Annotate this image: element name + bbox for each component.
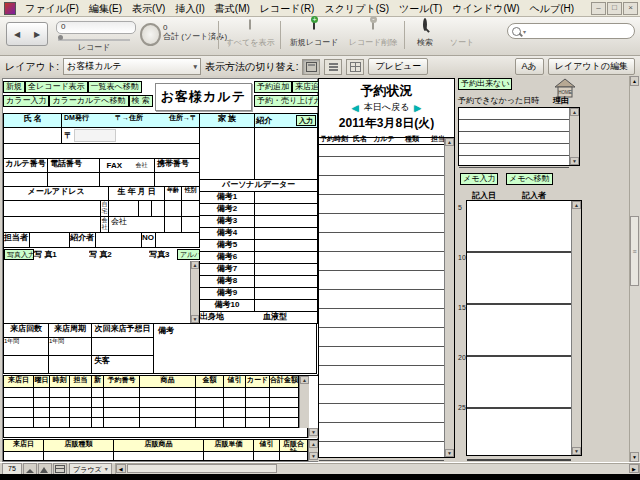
shop-scroll-bottom[interactable]: ▼ (308, 452, 318, 461)
color-input-button[interactable]: カラー入力 (3, 95, 49, 107)
add-reservation-button[interactable]: 予約追加 (254, 81, 292, 93)
missed-scroll-up-icon[interactable]: ▲ (570, 108, 579, 116)
show-all-records-button[interactable]: 全レコード表示 (25, 81, 88, 93)
staff-field[interactable] (30, 233, 70, 248)
photo-input-button[interactable]: 写真入力 (4, 249, 34, 260)
menu-view[interactable]: 表示(V) (127, 1, 170, 16)
dm-label[interactable]: DM発行 (64, 114, 89, 127)
new-button[interactable]: 新規 (3, 81, 25, 93)
menu-window[interactable]: ウインドウ(W) (447, 1, 524, 16)
no-field[interactable] (156, 233, 200, 248)
menu-file[interactable]: ファイル(F) (20, 1, 84, 16)
sales-row[interactable] (4, 398, 318, 408)
reservation-row[interactable] (319, 252, 444, 271)
zip-field[interactable] (74, 129, 116, 142)
reservation-row[interactable] (319, 328, 444, 347)
find-button[interactable]: 検索 (408, 20, 442, 48)
goto-list-button[interactable]: 一覧表へ移動 (88, 81, 142, 93)
age-field[interactable] (165, 201, 182, 217)
zip-to-address-button[interactable]: 〒→住所 (115, 114, 143, 127)
reservation-row[interactable] (319, 366, 444, 385)
birth-day-field[interactable] (152, 201, 165, 217)
form-view-button[interactable] (302, 59, 320, 75)
visit-memo-field[interactable]: 備考 (154, 324, 317, 374)
scroll-down-icon[interactable]: ▼ (630, 452, 639, 462)
address-to-zip-button[interactable]: 住所→〒 (169, 114, 197, 127)
sales-scroll-down-icon[interactable]: ▼ (309, 428, 318, 436)
reservation-scroll-down-icon[interactable]: ▼ (445, 449, 454, 457)
visit-count-field[interactable]: 1年間 (4, 338, 49, 356)
photo-container[interactable]: ▲ ▼ (4, 261, 200, 324)
mobile-field[interactable] (155, 173, 200, 187)
note2-field[interactable] (255, 204, 318, 216)
photo-scrollbar[interactable]: ▲ ▼ (190, 261, 199, 323)
sales-scroll-bottom[interactable]: ▼ (308, 428, 318, 438)
menu-edit[interactable]: 編集(E) (84, 1, 127, 16)
reservation-row[interactable] (319, 271, 444, 290)
reservation-row[interactable] (319, 176, 444, 195)
shop-scroll-down-icon[interactable]: ▼ (309, 452, 318, 460)
photo-scroll-up-icon[interactable]: ▲ (191, 261, 199, 269)
reservation-row[interactable] (319, 404, 444, 423)
goto-color-karte-button[interactable]: カラーカルテへ移動 (49, 95, 128, 107)
missed-row[interactable] (459, 156, 569, 168)
reservation-row[interactable] (319, 290, 444, 309)
memo-row[interactable] (467, 357, 571, 409)
menu-format[interactable]: 書式(M) (210, 1, 255, 16)
current-record-input[interactable]: 0 (56, 21, 136, 34)
note6-field[interactable] (255, 252, 318, 264)
restore-button[interactable]: □ (607, 2, 622, 15)
shop-row[interactable]: ▼ (4, 452, 318, 461)
layout-select[interactable]: お客様カルテ ▾ (63, 58, 201, 75)
reservation-row[interactable] (319, 233, 444, 252)
menu-scripts[interactable]: スクリプト(S) (319, 1, 394, 16)
table-view-button[interactable] (346, 59, 364, 75)
fax-field[interactable] (100, 173, 155, 187)
memo-input-button[interactable]: メモ入力 (460, 173, 498, 185)
mail-company-field[interactable] (4, 217, 101, 233)
minimize-button[interactable]: – (591, 2, 606, 15)
search-dropdown-icon[interactable]: ▾ (523, 28, 526, 35)
reservation-row[interactable] (319, 138, 444, 157)
address-field[interactable] (4, 144, 200, 159)
family-field[interactable] (200, 128, 255, 180)
missed-row[interactable] (459, 120, 569, 132)
new-record-button[interactable]: + 新規レコード (286, 20, 342, 48)
scrollbar-thumb[interactable]: ≡ (630, 216, 639, 286)
close-button[interactable]: × (623, 2, 638, 15)
list-view-button[interactable] (324, 59, 342, 75)
missed-row[interactable] (459, 108, 569, 120)
visit-count-blank[interactable] (4, 356, 49, 374)
memo-row[interactable] (467, 253, 571, 305)
reservation-scrollbar[interactable]: ▲ ▼ (444, 138, 454, 457)
visit-cycle-field[interactable]: 1年間 (49, 338, 92, 356)
reservation-row[interactable] (319, 214, 444, 233)
menu-insert[interactable]: 挿入(I) (170, 1, 209, 16)
next-day-arrow-icon[interactable]: ▶ (414, 103, 421, 113)
note9-field[interactable] (255, 288, 318, 300)
introducer-field[interactable] (96, 233, 142, 248)
preview-button[interactable]: プレビュー (368, 58, 428, 75)
note3-field[interactable] (255, 216, 318, 228)
name-field[interactable] (4, 128, 62, 144)
note1-field[interactable] (255, 192, 318, 204)
reservation-scroll-up-icon[interactable]: ▲ (445, 138, 454, 146)
record-slider[interactable] (58, 36, 130, 41)
note10-field[interactable] (255, 300, 318, 312)
menu-records[interactable]: レコード(R) (255, 1, 320, 16)
karte-no-field[interactable] (4, 173, 48, 187)
memo-scroll-down-icon[interactable]: ▼ (572, 447, 581, 455)
shop-scroll-up-icon[interactable]: ▲ (309, 440, 318, 448)
missed-row[interactable] (459, 144, 569, 156)
note8-field[interactable] (255, 276, 318, 288)
edit-layout-button[interactable]: レイアウトの編集 (548, 58, 635, 75)
next-visit-field[interactable] (92, 338, 154, 356)
record-book-nav[interactable]: ◀ ▶ (6, 22, 48, 46)
company-field-b[interactable] (182, 217, 200, 233)
goto-memo-button[interactable]: メモへ移動 (506, 173, 553, 185)
note4-field[interactable] (255, 228, 318, 240)
menu-help[interactable]: ヘルプ(H) (525, 1, 580, 16)
reservation-row[interactable] (319, 157, 444, 176)
sales-scroll-top[interactable]: ▲ (299, 376, 309, 388)
cannot-reserve-button[interactable]: 予約出来ない (458, 78, 512, 90)
